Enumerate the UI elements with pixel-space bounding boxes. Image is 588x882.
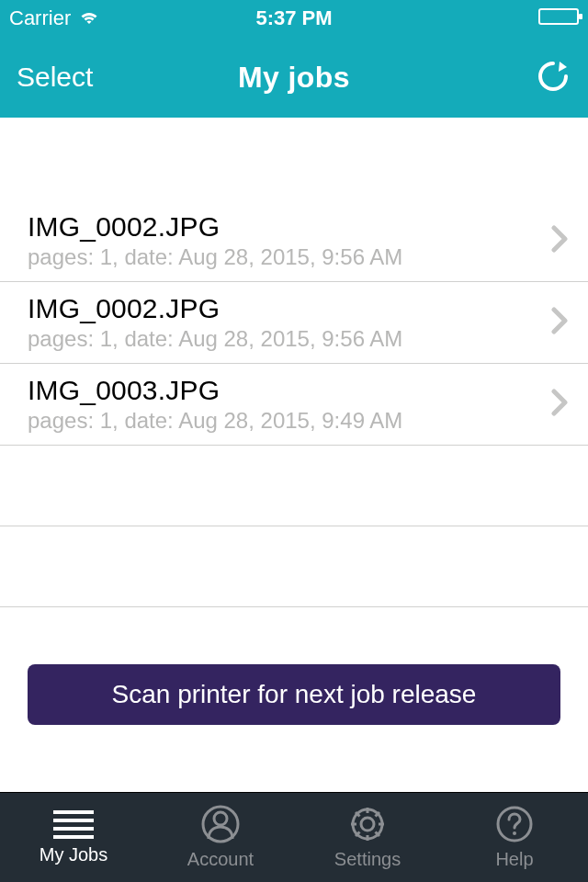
scan-printer-button[interactable]: Scan printer for next job release	[28, 664, 560, 725]
svg-point-1	[214, 812, 227, 825]
nav-bar: Select My jobs	[0, 37, 588, 118]
job-meta: pages: 1, date: Aug 28, 2015, 9:56 AM	[28, 326, 533, 352]
job-meta: pages: 1, date: Aug 28, 2015, 9:49 AM	[28, 408, 533, 434]
chevron-right-icon	[551, 389, 568, 420]
job-filename: IMG_0003.JPG	[28, 375, 533, 406]
empty-row	[0, 526, 588, 607]
content: IMG_0002.JPG pages: 1, date: Aug 28, 201…	[0, 118, 588, 725]
chevron-right-icon	[551, 225, 568, 256]
tab-label: Account	[187, 849, 254, 870]
refresh-icon	[535, 56, 571, 95]
refresh-button[interactable]	[535, 56, 571, 98]
person-icon	[201, 805, 240, 843]
svg-point-3	[353, 809, 382, 839]
help-icon	[495, 805, 534, 843]
job-row[interactable]: IMG_0002.JPG pages: 1, date: Aug 28, 201…	[0, 200, 588, 282]
tab-label: My Jobs	[40, 844, 107, 865]
carrier-label: Carrier	[9, 6, 71, 30]
jobs-list: IMG_0002.JPG pages: 1, date: Aug 28, 201…	[0, 200, 588, 607]
chevron-right-icon	[551, 307, 568, 338]
tab-settings[interactable]: Settings	[294, 793, 441, 882]
job-filename: IMG_0002.JPG	[28, 211, 533, 243]
tab-account[interactable]: Account	[147, 793, 294, 882]
tab-label: Settings	[334, 849, 401, 870]
page-title: My jobs	[238, 61, 350, 94]
tab-help[interactable]: Help	[441, 793, 588, 882]
list-icon	[53, 810, 94, 839]
job-row[interactable]: IMG_0003.JPG pages: 1, date: Aug 28, 201…	[0, 364, 588, 446]
job-filename: IMG_0002.JPG	[28, 293, 533, 324]
wifi-icon	[78, 6, 100, 30]
select-button[interactable]: Select	[17, 62, 93, 93]
svg-point-5	[513, 831, 516, 835]
tab-my-jobs[interactable]: My Jobs	[0, 793, 147, 882]
battery-icon	[538, 6, 579, 30]
svg-point-2	[361, 818, 374, 831]
status-left: Carrier	[9, 6, 100, 30]
job-row[interactable]: IMG_0002.JPG pages: 1, date: Aug 28, 201…	[0, 282, 588, 364]
empty-row	[0, 446, 588, 526]
status-bar: Carrier 5:37 PM	[0, 0, 588, 37]
tab-label: Help	[495, 849, 533, 870]
job-meta: pages: 1, date: Aug 28, 2015, 9:56 AM	[28, 244, 533, 270]
tab-bar: My Jobs Account Settings Help	[0, 792, 588, 882]
gear-icon	[348, 805, 387, 843]
